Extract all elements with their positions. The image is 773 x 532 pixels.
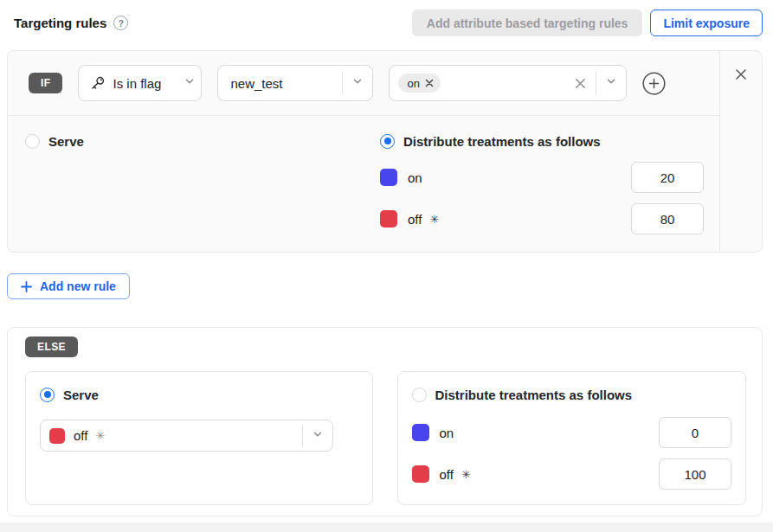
else-serve-radio[interactable]	[40, 388, 55, 402]
treatment-row-off: off ✳	[380, 203, 704, 234]
treatment-row-on: on	[380, 162, 704, 193]
delete-rule-button[interactable]	[734, 67, 748, 81]
treatment-row-on: on	[412, 417, 732, 448]
else-distribute-label: Distribute treatments as follows	[435, 388, 633, 402]
else-serve-panel: Serve off ✳	[25, 371, 373, 505]
page-title: Targeting rules	[14, 16, 106, 30]
else-rule-card: ELSE Serve off ✳	[7, 327, 763, 516]
matcher-dropdown[interactable]: Is in flag	[78, 65, 202, 101]
treatment-on-swatch	[380, 169, 397, 186]
treatment-percent-input[interactable]	[631, 203, 704, 234]
rule-condition-row: IF Is in flag	[8, 51, 719, 116]
treatment-row-off: off ✳	[412, 458, 732, 490]
else-panels: Serve off ✳ Distribute	[25, 371, 746, 505]
flag-key-icon	[89, 75, 106, 92]
plus-circle-icon	[642, 72, 666, 95]
serve-option[interactable]: Serve	[25, 132, 380, 150]
treatment-off-swatch	[49, 428, 65, 444]
rule-side-bar	[719, 51, 762, 252]
treatment-name: off	[408, 212, 422, 227]
header: Targeting rules ? Add attribute based ta…	[0, 0, 773, 36]
chevron-down-icon	[351, 75, 364, 91]
help-icon[interactable]: ?	[113, 16, 128, 30]
flag-dropdown[interactable]: new_test	[217, 65, 373, 101]
chevron-down-icon	[605, 75, 617, 91]
targeting-rules-page: Targeting rules ? Add attribute based ta…	[0, 0, 773, 532]
close-icon	[734, 67, 748, 81]
distribute-label: Distribute treatments as follows	[403, 134, 601, 149]
default-treatment-icon: ✳	[95, 429, 105, 442]
treatment-name: on	[440, 426, 454, 440]
serve-radio[interactable]	[25, 134, 40, 149]
treatment-percent-input[interactable]	[659, 458, 731, 490]
default-treatment-icon: ✳	[461, 468, 471, 481]
else-serve-option[interactable]: Serve	[40, 386, 358, 403]
flag-value: new_test	[230, 76, 282, 91]
chevron-down-icon	[184, 75, 196, 91]
add-condition-button[interactable]	[642, 72, 666, 95]
add-attribute-rules-button[interactable]: Add attribute based targeting rules	[412, 10, 643, 36]
plus-icon	[21, 281, 32, 292]
if-badge: IF	[29, 73, 62, 93]
treatment-off-swatch	[380, 210, 397, 228]
treatment-name: on	[408, 170, 422, 185]
targeting-rule-card: IF Is in flag	[7, 50, 763, 253]
default-treatment-icon: ✳	[429, 213, 439, 226]
else-serve-label: Serve	[63, 388, 99, 402]
treatment-on-swatch	[412, 424, 429, 441]
rule-main: IF Is in flag	[8, 51, 719, 252]
add-new-rule-label: Add new rule	[40, 279, 116, 293]
divider	[342, 72, 343, 94]
distribute-option[interactable]: Distribute treatments as follows	[380, 132, 704, 150]
else-distribute-radio[interactable]	[412, 388, 427, 402]
rule-serve-section: Serve Distribute treatments as follows o…	[8, 116, 719, 252]
treatment-percent-input[interactable]	[659, 417, 731, 448]
treatment-chip: on	[398, 74, 440, 93]
add-new-rule-button[interactable]: Add new rule	[7, 273, 130, 299]
matcher-value: Is in flag	[113, 76, 161, 91]
chip-label: on	[407, 77, 419, 90]
divider	[302, 425, 303, 447]
divider	[596, 72, 596, 94]
serve-label: Serve	[48, 134, 84, 149]
distribute-radio[interactable]	[380, 134, 395, 149]
clear-selection-icon[interactable]	[574, 77, 587, 90]
else-distribute-panel: Distribute treatments as follows on off …	[397, 371, 747, 505]
else-serve-treatment-dropdown[interactable]: off ✳	[40, 420, 333, 452]
else-distribute-option[interactable]: Distribute treatments as follows	[412, 386, 732, 403]
treatment-off-swatch	[412, 465, 429, 483]
limit-exposure-button[interactable]: Limit exposure	[650, 10, 763, 36]
distribute-column: Distribute treatments as follows on off …	[380, 132, 704, 252]
treatments-multiselect[interactable]: on	[389, 65, 627, 101]
chip-remove-icon[interactable]	[425, 79, 434, 87]
else-badge: ELSE	[25, 337, 78, 357]
next-section-edge	[0, 522, 773, 532]
chevron-down-icon	[312, 428, 324, 444]
treatment-name: off	[74, 428, 87, 443]
serve-column: Serve	[25, 132, 380, 252]
treatment-name: off	[440, 467, 454, 482]
treatment-percent-input[interactable]	[631, 162, 704, 193]
